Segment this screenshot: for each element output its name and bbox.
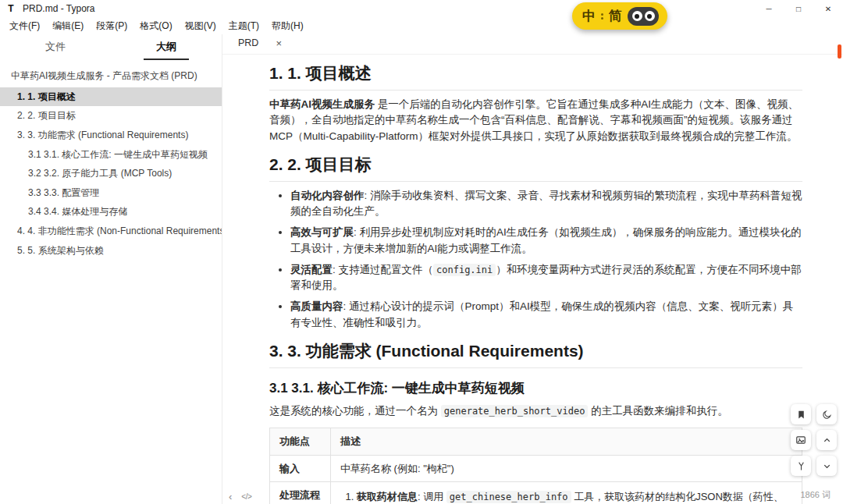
scroll-up-button[interactable]: [816, 430, 837, 450]
menu-item-edit[interactable]: 编辑(E): [46, 18, 90, 34]
inline-code: generate_herb_short_video: [441, 405, 589, 417]
typora-window: T PRD.md - Typora ─ □ ✕ 文件(F) 编辑(E) 段落(P…: [0, 0, 843, 504]
branch-icon: [796, 461, 806, 471]
eye-icon: [645, 11, 655, 21]
chevron-up-icon: [822, 435, 832, 445]
outline-item-config-management[interactable]: 3.3 3.3. 配置管理: [0, 183, 222, 203]
floating-toolbar: [791, 404, 838, 477]
tab-prd[interactable]: PRD ×: [229, 34, 291, 54]
ime-dots-icon: [601, 13, 603, 20]
goal-item: 高效与可扩展: 利用异步处理机制应对耗时的AI生成任务（如视频生成），确保服务的…: [290, 225, 802, 257]
tab-bar: PRD ×: [222, 34, 843, 55]
goal-text: : 支持通过配置文件（: [333, 264, 433, 275]
ime-simplified-indicator[interactable]: 简: [609, 7, 622, 25]
minimize-button[interactable]: ─: [754, 0, 784, 17]
chevron-down-icon: [822, 461, 832, 471]
image-button[interactable]: [791, 430, 811, 450]
titlebar: T PRD.md - Typora ─ □ ✕: [0, 0, 843, 17]
branch-button[interactable]: [791, 456, 811, 476]
markdown-editor[interactable]: 1. 1. 项目概述 中草药AI视频生成服务 是一个后端的自动化内容创作引擎。它…: [222, 55, 843, 504]
step-text: : 调用: [418, 491, 446, 502]
outline-item-goals[interactable]: 2. 2. 项目目标: [0, 106, 222, 126]
workflow-intro: 这是系统的核心功能，通过一个名为 generate_herb_short_vid…: [269, 403, 802, 419]
process-row-label: 处理流程: [270, 482, 331, 504]
step-label: 获取药材信息: [357, 491, 418, 502]
word-count: 1866 词: [800, 489, 831, 501]
goal-text: : 通过精心设计的提示词（Prompt）和AI模型，确保生成的视频内容（信息、文…: [290, 300, 793, 328]
ime-assistant-icon[interactable]: [628, 7, 659, 26]
outline-item-functional-requirements[interactable]: 3. 3. 功能需求 (Functional Requirements): [0, 126, 222, 145]
code-icon: </>: [241, 492, 251, 501]
table-header-description: 描述: [331, 428, 802, 456]
content-area: PRD × 1. 1. 项目概述 中草药AI视频生成服务 是一个后端的自动化内容…: [222, 34, 843, 504]
workflow-intro-text: 的主工具函数来编排和执行。: [588, 405, 727, 417]
goals-list: 自动化内容创作: 消除手动收集资料、撰写文案、录音、寻找素材和视频剪辑的繁琐流程…: [269, 188, 802, 331]
intro-paragraph: 中草药AI视频生成服务 是一个后端的自动化内容创作引擎。它旨在通过集成多种AI生…: [269, 97, 802, 144]
inline-code: config.ini: [433, 264, 496, 276]
menubar: 文件(F) 编辑(E) 段落(P) 格式(O) 视图(V) 主题(T) 帮助(H…: [0, 17, 843, 34]
typora-app-icon: T: [5, 3, 16, 14]
goal-item: 灵活配置: 支持通过配置文件（config.ini）和环境变量两种方式进行灵活的…: [290, 262, 802, 294]
goal-label: 自动化内容创作: [290, 190, 365, 201]
sidebar-collapse-button[interactable]: ‹: [229, 492, 232, 502]
steps-list: 获取药材信息: 调用 get_chinese_herb_info 工具，获取该药…: [340, 489, 792, 504]
outline-root-title[interactable]: 中草药AI视频生成服务 - 产品需求文档 (PRD): [0, 67, 222, 87]
chevron-left-icon: ‹: [229, 491, 232, 502]
outline-item-mcp-tools[interactable]: 3.2 3.2. 原子能力工具 (MCP Tools): [0, 164, 222, 183]
heading-core-workflow: 3.1 3.1. 核心工作流: 一键生成中草药短视频: [269, 379, 802, 397]
heading-overview: 1. 1. 项目概述: [269, 62, 802, 91]
outline-item-architecture[interactable]: 5. 5. 系统架构与依赖: [0, 241, 222, 261]
step-item: 获取药材信息: 调用 get_chinese_herb_info 工具，获取该药…: [357, 489, 792, 504]
workflow-intro-text: 这是系统的核心功能，通过一个名为: [269, 405, 441, 417]
process-row-value: 获取药材信息: 调用 get_chinese_herb_info 工具，获取该药…: [331, 482, 802, 504]
window-title: PRD.md - Typora: [23, 3, 94, 14]
eye-icon: [632, 11, 642, 21]
ime-chinese-mode-indicator[interactable]: 中: [582, 7, 596, 25]
sidebar: 文件 大纲 中草药AI视频生成服务 - 产品需求文档 (PRD) 1. 1. 项…: [0, 34, 222, 504]
menu-item-theme[interactable]: 主题(T): [222, 18, 265, 34]
menu-item-paragraph[interactable]: 段落(P): [90, 18, 133, 34]
goal-label: 灵活配置: [290, 264, 333, 275]
close-button[interactable]: ✕: [813, 0, 843, 17]
tab-close-icon[interactable]: ×: [276, 38, 282, 48]
maximize-button[interactable]: □: [784, 0, 813, 17]
sidebar-tabs: 文件 大纲: [0, 34, 222, 61]
menu-item-file[interactable]: 文件(F): [3, 18, 46, 34]
source-mode-button[interactable]: </>: [241, 493, 251, 501]
goal-label: 高效与可扩展: [290, 226, 354, 238]
editor-bottom-tools: ‹ </>: [229, 492, 251, 502]
theme-toggle-button[interactable]: [816, 404, 837, 424]
intro-lead: 中草药AI视频生成服务: [269, 98, 375, 110]
goal-item: 高质量内容: 通过精心设计的提示词（Prompt）和AI模型，确保生成的视频内容…: [290, 299, 802, 331]
menu-item-help[interactable]: 帮助(H): [265, 18, 310, 34]
bookmark-button[interactable]: [791, 404, 811, 424]
bookmark-icon: [796, 410, 806, 420]
outline-item-core-workflow[interactable]: 3.1 3.1. 核心工作流: 一键生成中草药短视频: [0, 145, 222, 165]
heading-functional-requirements: 3. 3. 功能需求 (Functional Requirements): [269, 340, 802, 368]
scroll-down-button[interactable]: [816, 456, 837, 476]
menu-item-view[interactable]: 视图(V): [179, 18, 222, 34]
goal-text: : 利用异步处理机制应对耗时的AI生成任务（如视频生成），确保服务的响应能力。通…: [290, 226, 802, 254]
outline-item-overview[interactable]: 1. 1. 项目概述: [0, 87, 222, 107]
input-row-value: 中草药名称 (例如: "枸杞"): [331, 455, 802, 482]
image-icon: [795, 435, 806, 445]
outline-item-media-storage[interactable]: 3.4 3.4. 媒体处理与存储: [0, 202, 222, 222]
sidebar-tab-outline-label: 大纲: [144, 40, 189, 60]
main-area: 文件 大纲 中草药AI视频生成服务 - 产品需求文档 (PRD) 1. 1. 项…: [0, 34, 843, 504]
goal-item: 自动化内容创作: 消除手动收集资料、撰写文案、录音、寻找素材和视频剪辑的繁琐流程…: [290, 188, 802, 220]
sidebar-tab-outline[interactable]: 大纲: [111, 40, 222, 60]
heading-goals: 2. 2. 项目目标: [269, 154, 802, 182]
table-header-feature: 功能点: [270, 428, 331, 456]
menu-item-format[interactable]: 格式(O): [133, 18, 178, 34]
sidebar-tab-files-label: 文件: [33, 40, 78, 60]
outline-panel: 中草药AI视频生成服务 - 产品需求文档 (PRD) 1. 1. 项目概述 2.…: [0, 61, 222, 260]
sidebar-tab-files[interactable]: 文件: [0, 40, 111, 60]
outline-item-non-functional[interactable]: 4. 4. 非功能性需求 (Non-Functional Requirement…: [0, 222, 222, 241]
goal-text: : 消除手动收集资料、撰写文案、录音、寻找素材和视频剪辑的繁琐流程，实现中草药科…: [290, 190, 802, 217]
table-header-row: 功能点 描述: [270, 428, 802, 456]
goal-label: 高质量内容: [290, 300, 343, 312]
table-row-input: 输入 中草药名称 (例如: "枸杞"): [270, 455, 802, 482]
table-row-process: 处理流程 获取药材信息: 调用 get_chinese_herb_info 工具…: [270, 482, 802, 504]
scrollbar-marker[interactable]: [838, 44, 841, 59]
ime-toolbar: 中 简: [572, 2, 667, 30]
